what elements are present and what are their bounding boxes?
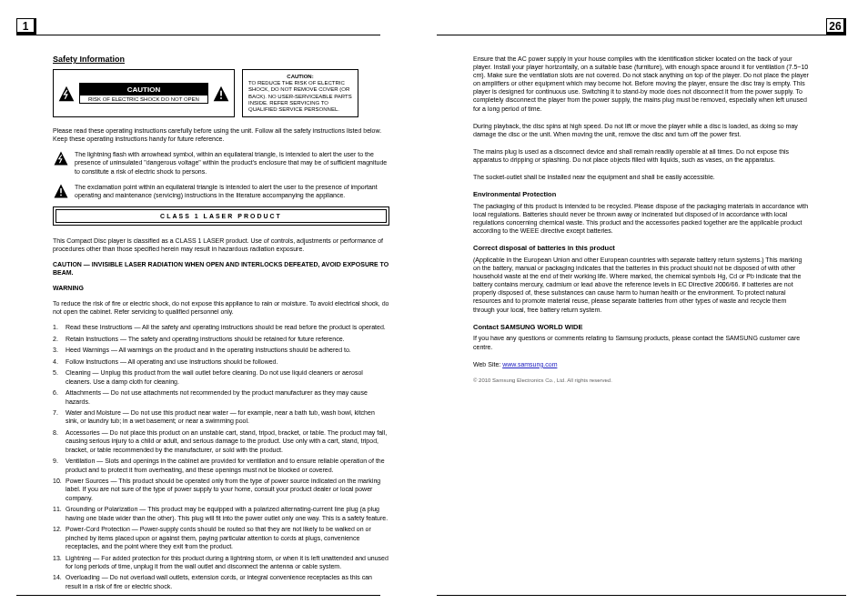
instruction-text: Water and Moisture — Do not use this pro… [66,408,389,426]
instruction-number: 9. [53,457,66,474]
caution2-title: CAUTION: [248,74,352,80]
instruction-item: 5.Cleaning — Unplug this product from th… [53,368,389,386]
svg-rect-7 [60,194,62,196]
svg-rect-3 [220,97,222,99]
right-p4: The socket-outlet shall be installed nea… [473,173,810,181]
instruction-number: 6. [53,388,66,406]
instruction-item: 6.Attachments — Do not use attachments n… [53,388,389,406]
page-right: 26 Ensure that the AC power supply in yo… [437,18,846,596]
instruction-item: 1.Read these Instructions — All the safe… [53,323,389,331]
instruction-item: 10.Power Sources — This product should b… [53,477,389,502]
instruction-item: 3.Heed Warnings — All warnings on the pr… [53,346,389,354]
bolt-triangle-icon [57,85,76,103]
right-p2: During playback, the disc spins at high … [473,122,810,138]
instruction-number: 11. [53,505,66,522]
class1-laser-box: CLASS 1 LASER PRODUCT [53,206,389,226]
instruction-number: 14. [53,573,66,590]
page-number-left: 1 [16,18,36,35]
rule-bottom-left [16,595,380,596]
right-content: Ensure that the AC power supply in your … [473,55,810,393]
instruction-number: 10. [53,477,66,502]
left-content: Safety Information CAUTION RISK OF ELECT… [53,55,389,593]
instruction-text: Cleaning — Unplug this product from the … [66,368,389,386]
instruction-item: 7.Water and Moisture — Do not use this p… [53,408,389,426]
caution-row: CAUTION RISK OF ELECTRIC SHOCK DO NOT OP… [53,69,389,117]
instruction-number: 4. [53,357,66,366]
page-number-right: 26 [826,18,846,35]
instruction-text: Overloading — Do not overload wall outle… [66,573,389,590]
instruction-text: Lightning — For added protection for thi… [66,554,389,571]
website-label: Web Site: [473,361,500,367]
instruction-text: Read these Instructions — All the safety… [66,323,389,331]
page-left: 1 Safety Information CAUTION RISK OF ELE… [16,18,426,596]
right-p3: The mains plug is used as a disconnect d… [473,147,810,164]
caution-inner: CAUTION RISK OF ELECTRIC SHOCK DO NOT OP… [79,83,208,104]
laser-caution: CAUTION — INVISIBLE LASER RADIATION WHEN… [53,260,389,277]
instruction-item: 8.Accessories — Do not place this produc… [53,428,389,454]
website-row: Web Site: www.samsung.com [473,360,810,368]
rule-top-right [437,35,846,35]
excl-explain-text: The exclamation point within an equilate… [75,183,389,199]
caution-box-main: CAUTION RISK OF ELECTRIC SHOCK DO NOT OP… [53,69,235,117]
contact-text: If you have any questions or comments re… [473,334,810,350]
instruction-item: 4.Follow Instructions — All operating an… [53,357,389,366]
svg-rect-2 [220,90,222,96]
instruction-text: Retain Instructions — The safety and ope… [66,335,389,343]
caution-box-text: CAUTION: TO REDUCE THE RISK OF ELECTRIC … [242,69,358,117]
battery-text: (Applicable in the European Union and ot… [473,256,810,314]
instruction-number: 7. [53,408,66,426]
instruction-item: 2.Retain Instructions — The safety and o… [53,335,389,343]
env-text: The packaging of this product is intende… [473,202,810,235]
instruction-text: Follow Instructions — All operating and … [66,357,389,366]
instruction-item: 14.Overloading — Do not overload wall ou… [53,573,389,590]
contact-title: Contact SAMSUNG WORLD WIDE [473,323,810,332]
instruction-number: 5. [53,368,66,386]
caution2-body: TO REDUCE THE RISK OF ELECTRIC SHOCK, DO… [248,80,352,113]
instruction-text: Heed Warnings — All warnings on the prod… [66,346,389,354]
instruction-text: Grounding or Polarization — This product… [66,505,389,522]
rule-top-left [16,35,380,35]
exclamation-triangle-icon [212,85,230,103]
svg-marker-0 [59,86,75,101]
caution-label-black: CAUTION [80,84,207,96]
instruction-text: Power Sources — This product should be o… [66,477,389,502]
env-title: Environmental Protection [473,190,810,199]
warning-title: WARNING [53,284,389,292]
caution-label-white: RISK OF ELECTRIC SHOCK DO NOT OPEN [80,96,207,103]
instruction-number: 3. [53,346,66,354]
instruction-text: Ventilation — Slots and openings in the … [66,457,389,474]
safety-title: Safety Information [53,55,389,64]
battery-title: Correct disposal of batteries in this pr… [473,244,810,253]
instruction-item: 12.Power-Cord Protection — Power-supply … [53,525,389,550]
rule-bottom-right [437,595,846,596]
class1-paragraph: This Compact Disc player is classified a… [53,237,389,253]
instruction-item: 9.Ventilation — Slots and openings in th… [53,457,389,474]
exclamation-triangle-icon [53,183,69,199]
instruction-number: 1. [53,323,66,331]
instruction-text: Power-Cord Protection — Power-supply cor… [66,525,389,550]
copyright: © 2010 Samsung Electronics Co., Ltd. All… [473,377,810,385]
bolt-explain-text: The lightning flash with arrowhead symbo… [75,150,389,175]
excl-explain-row: The exclamation point within an equilate… [53,183,389,199]
bolt-explain-row: The lightning flash with arrowhead symbo… [53,150,389,175]
instruction-list: 1.Read these Instructions — All the safe… [53,323,389,590]
right-p1: Ensure that the AC power supply in your … [473,55,810,113]
svg-marker-4 [55,152,68,166]
instruction-text: Attachments — Do not use attachments not… [66,388,389,406]
warning-text: To reduce the risk of fire or electric s… [53,299,389,316]
instruction-item: 11.Grounding or Polarization — This prod… [53,505,389,522]
website-link[interactable]: www.samsung.com [502,361,557,367]
intro-paragraph: Please read these operating instructions… [53,126,389,143]
instruction-item: 13.Lightning — For added protection for … [53,554,389,571]
bolt-triangle-icon [53,150,69,166]
instruction-number: 8. [53,428,66,454]
instruction-text: Accessories — Do not place this product … [66,428,389,454]
instruction-number: 2. [53,335,66,343]
svg-rect-6 [60,188,62,193]
instruction-number: 13. [53,554,66,571]
instruction-number: 12. [53,525,66,550]
